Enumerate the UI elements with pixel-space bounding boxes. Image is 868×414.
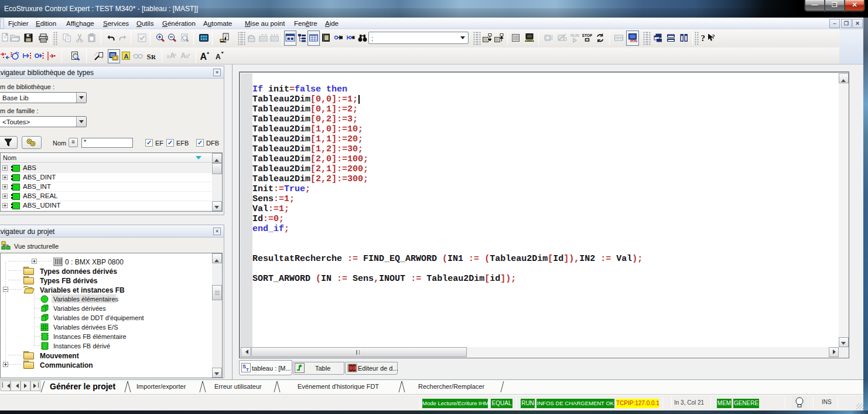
svg-text:RUN: RUN — [630, 39, 637, 43]
svg-text:S: S — [147, 52, 151, 61]
svg-text:a: a — [167, 53, 170, 59]
svg-text:A: A — [124, 53, 129, 60]
svg-text:R: R — [151, 53, 156, 60]
svg-text:T: T — [246, 367, 249, 372]
svg-text:STOP: STOP — [582, 33, 592, 38]
svg-text:A: A — [200, 52, 207, 62]
svg-text:?: ? — [712, 33, 715, 40]
svg-text:D: D — [350, 366, 353, 370]
svg-text:?: ? — [701, 33, 706, 43]
svg-text:D: D — [353, 366, 356, 370]
svg-text:RUN: RUN — [570, 33, 579, 38]
svg-text:A: A — [216, 53, 221, 61]
